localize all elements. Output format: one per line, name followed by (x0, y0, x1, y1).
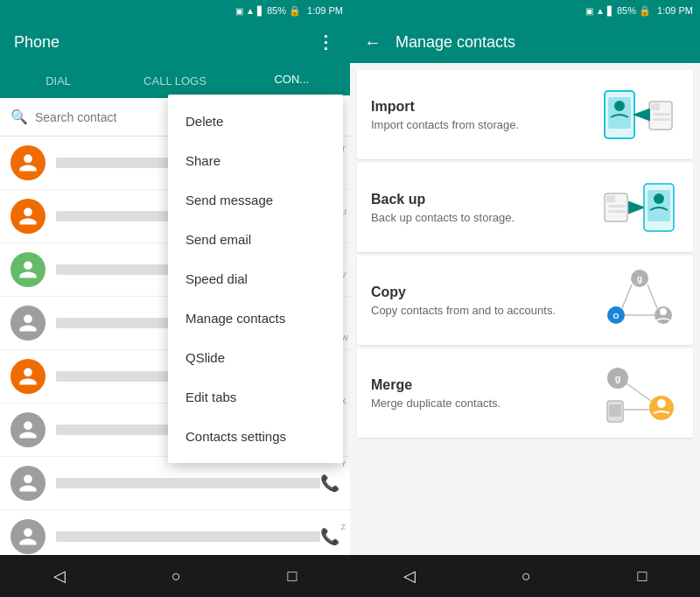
time-left: 1:09 PM (307, 5, 343, 16)
call-icon[interactable]: 📞 (320, 527, 340, 546)
merge-card-content: Merge Merge duplicate contacts. (371, 377, 600, 410)
status-icons-right: ▣ ▲ ▋ 85% 🔒 1:09 PM (585, 5, 693, 17)
sim-icon: ▣ (235, 6, 243, 16)
merge-desc: Merge duplicate contacts. (371, 397, 600, 410)
menu-button[interactable]: ⋮ (317, 32, 336, 53)
merge-title: Merge (371, 377, 600, 393)
bottom-nav-left: ◁ ○ □ (0, 555, 350, 597)
menu-item-manage-contacts[interactable]: Manage contacts (168, 298, 343, 338)
svg-line-30 (626, 383, 651, 401)
home-button-left[interactable]: ○ (172, 567, 181, 586)
lock-icon: 🔒 (289, 5, 301, 17)
svg-line-22 (648, 284, 657, 308)
copy-icon: g O (600, 270, 679, 331)
import-icon (600, 84, 679, 145)
wifi-icon: ▲ (246, 6, 255, 16)
recent-button-right[interactable]: □ (637, 567, 647, 586)
call-icon[interactable]: 📞 (320, 474, 340, 493)
time-right: 1:09 PM (657, 5, 693, 16)
copy-card-content: Copy Copy contacts from and to accounts. (371, 284, 600, 317)
avatar (10, 252, 46, 287)
svg-text:O: O (612, 312, 619, 320)
alpha-z[interactable]: Z (341, 523, 349, 531)
left-panel: ▣ ▲ ▋ 85% 🔒 1:09 PM Phone ⋮ Dial Call lo… (0, 0, 350, 597)
right-panel: ▣ ▲ ▋ 85% 🔒 1:09 PM ← Manage contacts Im… (350, 0, 700, 597)
wifi-icon-right: ▲ (596, 6, 605, 16)
tab-calllogs[interactable]: Call logs (116, 63, 233, 98)
status-bar-left: ▣ ▲ ▋ 85% 🔒 1:09 PM (0, 0, 350, 21)
copy-desc: Copy contacts from and to accounts. (371, 304, 600, 317)
signal-icon-right: ▋ (607, 6, 614, 16)
svg-line-21 (622, 284, 632, 308)
copy-card[interactable]: Copy Copy contacts from and to accounts.… (357, 256, 693, 345)
backup-title: Back up (371, 192, 600, 207)
avatar (10, 412, 46, 447)
battery-right: 85% (617, 5, 636, 16)
home-button-right[interactable]: ○ (522, 567, 531, 586)
backup-card[interactable]: Back up Back up contacts to storage. (357, 163, 693, 252)
tab-contacts[interactable]: Con... (234, 63, 350, 98)
back-button-left[interactable]: ◁ (53, 566, 66, 586)
status-icons-left: ▣ ▲ ▋ 85% 🔒 1:09 PM (235, 5, 343, 17)
svg-point-3 (614, 101, 625, 111)
menu-item-speed-dial[interactable]: Speed dial (168, 259, 343, 298)
contact-name (56, 478, 320, 488)
svg-rect-11 (608, 210, 626, 213)
avatar (10, 359, 46, 394)
backup-card-content: Back up Back up contacts to storage. (371, 192, 600, 224)
menu-item-qslide[interactable]: QSlide (168, 338, 343, 377)
bottom-nav-right: ◁ ○ □ (350, 555, 700, 597)
back-arrow-button[interactable]: ← (364, 32, 382, 53)
avatar (10, 199, 46, 234)
backup-icon (600, 177, 679, 238)
svg-rect-9 (606, 195, 615, 202)
manage-contacts-title: Manage contacts (396, 33, 686, 52)
tabs-bar: Dial Call logs Con... (0, 63, 350, 98)
svg-point-27 (657, 399, 666, 408)
app-bar-right: ← Manage contacts (350, 21, 700, 63)
svg-rect-10 (608, 205, 626, 207)
svg-rect-5 (651, 103, 660, 110)
svg-text:g: g (637, 274, 642, 284)
signal-icon: ▋ (257, 6, 264, 16)
sim-icon-right: ▣ (585, 6, 593, 16)
svg-rect-29 (609, 404, 621, 417)
backup-desc: Back up contacts to storage. (371, 211, 600, 224)
list-item[interactable]: 📞 (0, 510, 350, 555)
import-desc: Import contacts from storage. (371, 118, 600, 131)
status-bar-right: ▣ ▲ ▋ 85% 🔒 1:09 PM (350, 0, 700, 21)
import-title: Import (371, 99, 600, 115)
svg-point-20 (660, 308, 667, 315)
contact-name (56, 531, 320, 542)
back-button-right[interactable]: ◁ (403, 566, 416, 586)
menu-item-send-message[interactable]: Send message (168, 180, 343, 220)
svg-rect-7 (653, 118, 670, 121)
avatar (10, 306, 46, 341)
avatar (10, 519, 46, 554)
import-card-content: Import Import contacts from storage. (371, 99, 600, 131)
lock-icon-right: 🔒 (639, 5, 651, 17)
manage-contacts-content: Import Import contacts from storage. (350, 63, 700, 555)
menu-item-delete[interactable]: Delete (168, 102, 343, 141)
app-title-left: Phone (14, 33, 317, 52)
merge-card[interactable]: Merge Merge duplicate contacts. g (357, 348, 693, 438)
menu-item-send-email[interactable]: Send email (168, 220, 343, 259)
battery-left: 85% (267, 5, 286, 16)
menu-item-edit-tabs[interactable]: Edit tabs (168, 377, 343, 417)
svg-rect-6 (653, 113, 670, 116)
menu-item-contacts-settings[interactable]: Contacts settings (168, 417, 343, 456)
menu-item-share[interactable]: Share (168, 141, 343, 180)
svg-point-14 (654, 193, 664, 204)
avatar (10, 145, 46, 180)
import-card[interactable]: Import Import contacts from storage. (357, 70, 693, 159)
dropdown-menu: Delete Share Send message Send email Spe… (168, 95, 343, 463)
recent-button-left[interactable]: □ (287, 567, 297, 586)
search-icon: 🔍 (10, 109, 28, 125)
merge-icon: g (600, 362, 679, 424)
list-item[interactable]: 📞 (0, 457, 350, 510)
tab-dial[interactable]: Dial (0, 63, 116, 98)
avatar (10, 466, 46, 501)
svg-text:g: g (615, 373, 621, 383)
app-bar-left: Phone ⋮ (0, 21, 350, 63)
copy-title: Copy (371, 284, 600, 300)
